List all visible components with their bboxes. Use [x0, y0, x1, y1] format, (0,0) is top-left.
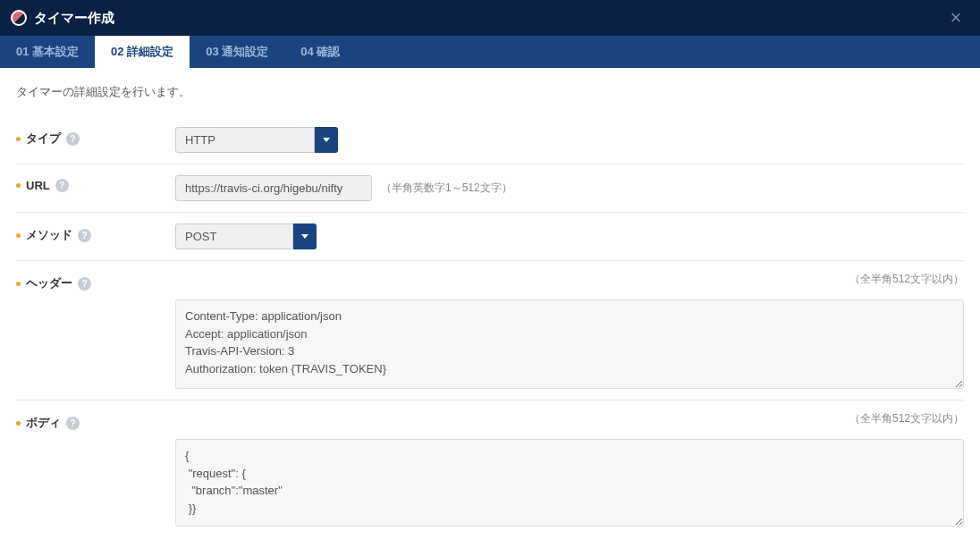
type-select[interactable]: HTTP: [175, 127, 338, 153]
help-icon[interactable]: ?: [66, 132, 80, 146]
label-url: URL: [26, 179, 50, 192]
row-url: URL ? （半角英数字1～512文字）: [16, 164, 964, 213]
chevron-down-icon: [315, 127, 338, 153]
close-button[interactable]: ×: [942, 8, 969, 28]
method-select[interactable]: POST: [175, 223, 317, 249]
tab-basic[interactable]: 01 基本設定: [0, 36, 95, 68]
page-description: タイマーの詳細設定を行います。: [16, 84, 964, 100]
modal-title: タイマー作成: [34, 10, 114, 27]
timer-icon: [11, 10, 27, 26]
wizard-tabs: 01 基本設定 02 詳細設定 03 通知設定 04 確認: [0, 36, 980, 68]
help-icon[interactable]: ?: [78, 229, 91, 242]
label-type: タイプ: [26, 131, 61, 147]
row-body: ボディ ? （全半角512文字以内）: [16, 400, 964, 537]
headers-textarea[interactable]: [175, 299, 964, 389]
modal-footer: 戻る キャンセル 通知設定へ: [0, 537, 980, 548]
required-bullet: [16, 282, 21, 286]
modal-header: タイマー作成 ×: [0, 0, 980, 36]
body-hint: （全半角512文字以内）: [175, 411, 964, 426]
tab-confirm[interactable]: 04 確認: [284, 36, 356, 68]
row-headers: ヘッダー ? （全半角512文字以内）: [16, 261, 964, 400]
url-input[interactable]: [175, 175, 372, 201]
required-bullet: [16, 421, 21, 426]
tab-advanced[interactable]: 02 詳細設定: [95, 36, 190, 68]
required-bullet: [16, 183, 21, 188]
type-select-value: HTTP: [175, 127, 315, 153]
label-method: メソッド: [26, 227, 72, 243]
required-bullet: [16, 137, 21, 141]
label-headers: ヘッダー: [26, 275, 72, 291]
row-method: メソッド ? POST: [16, 213, 964, 261]
help-icon[interactable]: ?: [66, 417, 80, 430]
required-bullet: [16, 233, 21, 238]
help-icon[interactable]: ?: [78, 277, 91, 291]
chevron-down-icon: [293, 223, 317, 249]
help-icon[interactable]: ?: [55, 179, 69, 192]
tab-notification[interactable]: 03 通知設定: [190, 36, 284, 68]
body-textarea[interactable]: [175, 439, 964, 527]
url-hint: （半角英数字1～512文字）: [381, 181, 512, 196]
label-body: ボディ: [26, 415, 61, 431]
headers-hint: （全半角512文字以内）: [175, 272, 964, 287]
row-type: タイプ ? HTTP: [16, 116, 964, 164]
method-select-value: POST: [175, 223, 293, 249]
